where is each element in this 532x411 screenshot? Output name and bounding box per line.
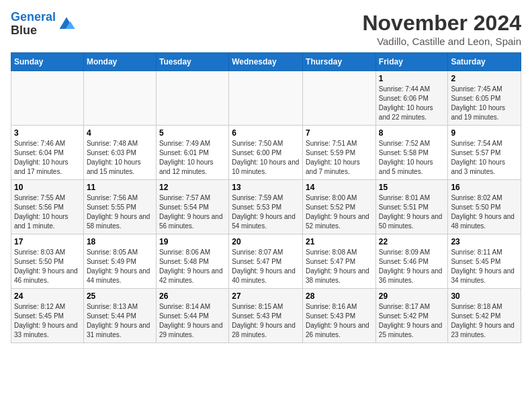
calendar-cell: 20Sunrise: 8:07 AM Sunset: 5:47 PM Dayli… <box>229 234 303 289</box>
calendar-cell: 27Sunrise: 8:15 AM Sunset: 5:43 PM Dayli… <box>229 289 303 343</box>
day-number: 11 <box>87 183 153 192</box>
day-number: 24 <box>14 291 81 301</box>
calendar-cell: 8Sunrise: 7:52 AM Sunset: 5:58 PM Daylig… <box>375 126 448 180</box>
calendar-cell: 19Sunrise: 8:06 AM Sunset: 5:48 PM Dayli… <box>156 234 228 289</box>
logo-icon <box>57 15 76 34</box>
calendar-cell <box>11 71 84 126</box>
day-number: 27 <box>232 291 300 301</box>
calendar-cell: 11Sunrise: 7:56 AM Sunset: 5:55 PM Dayli… <box>83 180 156 234</box>
day-number: 28 <box>306 291 373 301</box>
logo: GeneralBlue <box>11 11 76 38</box>
day-info: Sunrise: 8:00 AM Sunset: 5:52 PM Dayligh… <box>306 193 373 231</box>
calendar-week-row: 24Sunrise: 8:12 AM Sunset: 5:45 PM Dayli… <box>11 289 521 343</box>
day-info: Sunrise: 7:57 AM Sunset: 5:54 PM Dayligh… <box>159 193 226 231</box>
weekday-header-friday: Friday <box>375 53 448 71</box>
calendar-cell: 28Sunrise: 8:16 AM Sunset: 5:43 PM Dayli… <box>303 289 376 343</box>
calendar-cell: 21Sunrise: 8:08 AM Sunset: 5:47 PM Dayli… <box>303 234 376 289</box>
day-number: 16 <box>451 183 518 192</box>
day-number: 20 <box>232 237 300 246</box>
day-info: Sunrise: 8:07 AM Sunset: 5:47 PM Dayligh… <box>232 248 300 285</box>
calendar-cell: 2Sunrise: 7:45 AM Sunset: 6:05 PM Daylig… <box>448 71 521 126</box>
calendar-cell: 12Sunrise: 7:57 AM Sunset: 5:54 PM Dayli… <box>156 180 228 234</box>
day-number: 3 <box>14 128 81 138</box>
calendar-cell: 7Sunrise: 7:51 AM Sunset: 5:59 PM Daylig… <box>303 126 376 180</box>
day-info: Sunrise: 8:16 AM Sunset: 5:43 PM Dayligh… <box>306 302 373 340</box>
day-number: 2 <box>451 74 518 83</box>
day-info: Sunrise: 8:17 AM Sunset: 5:42 PM Dayligh… <box>379 302 445 340</box>
calendar-cell: 14Sunrise: 8:00 AM Sunset: 5:52 PM Dayli… <box>303 180 376 234</box>
day-number: 4 <box>87 128 153 138</box>
day-info: Sunrise: 8:08 AM Sunset: 5:47 PM Dayligh… <box>306 248 373 285</box>
day-info: Sunrise: 7:51 AM Sunset: 5:59 PM Dayligh… <box>306 139 373 177</box>
day-info: Sunrise: 7:52 AM Sunset: 5:58 PM Dayligh… <box>379 139 445 177</box>
day-info: Sunrise: 8:02 AM Sunset: 5:50 PM Dayligh… <box>451 193 518 231</box>
day-info: Sunrise: 7:48 AM Sunset: 6:03 PM Dayligh… <box>87 139 153 177</box>
calendar-cell: 5Sunrise: 7:49 AM Sunset: 6:01 PM Daylig… <box>156 126 228 180</box>
day-number: 25 <box>87 291 153 301</box>
calendar-cell: 25Sunrise: 8:13 AM Sunset: 5:44 PM Dayli… <box>83 289 156 343</box>
day-number: 22 <box>379 237 445 246</box>
day-number: 8 <box>379 128 445 138</box>
calendar-cell: 10Sunrise: 7:55 AM Sunset: 5:56 PM Dayli… <box>11 180 84 234</box>
day-number: 26 <box>159 291 226 301</box>
day-number: 17 <box>14 237 81 246</box>
calendar-cell: 4Sunrise: 7:48 AM Sunset: 6:03 PM Daylig… <box>83 126 156 180</box>
day-number: 1 <box>379 74 445 83</box>
calendar-cell: 16Sunrise: 8:02 AM Sunset: 5:50 PM Dayli… <box>448 180 521 234</box>
weekday-header-row: SundayMondayTuesdayWednesdayThursdayFrid… <box>11 53 521 71</box>
weekday-header-monday: Monday <box>83 53 156 71</box>
calendar-cell: 3Sunrise: 7:46 AM Sunset: 6:04 PM Daylig… <box>11 126 84 180</box>
day-number: 7 <box>306 128 373 138</box>
day-number: 21 <box>306 237 373 246</box>
day-info: Sunrise: 7:54 AM Sunset: 5:57 PM Dayligh… <box>451 139 518 177</box>
month-title: November 2024 <box>362 11 521 36</box>
day-info: Sunrise: 8:05 AM Sunset: 5:49 PM Dayligh… <box>87 248 153 285</box>
calendar-cell: 18Sunrise: 8:05 AM Sunset: 5:49 PM Dayli… <box>83 234 156 289</box>
day-info: Sunrise: 7:45 AM Sunset: 6:05 PM Dayligh… <box>451 85 518 122</box>
day-info: Sunrise: 8:12 AM Sunset: 5:45 PM Dayligh… <box>14 302 81 340</box>
calendar-cell: 15Sunrise: 8:01 AM Sunset: 5:51 PM Dayli… <box>375 180 448 234</box>
day-number: 6 <box>232 128 300 138</box>
day-number: 10 <box>14 183 81 192</box>
calendar-week-row: 3Sunrise: 7:46 AM Sunset: 6:04 PM Daylig… <box>11 126 521 180</box>
day-info: Sunrise: 7:46 AM Sunset: 6:04 PM Dayligh… <box>14 139 81 177</box>
day-info: Sunrise: 7:55 AM Sunset: 5:56 PM Dayligh… <box>14 193 81 231</box>
calendar-cell: 13Sunrise: 7:59 AM Sunset: 5:53 PM Dayli… <box>229 180 303 234</box>
day-info: Sunrise: 8:06 AM Sunset: 5:48 PM Dayligh… <box>159 248 226 285</box>
calendar-cell: 24Sunrise: 8:12 AM Sunset: 5:45 PM Dayli… <box>11 289 84 343</box>
day-info: Sunrise: 8:14 AM Sunset: 5:44 PM Dayligh… <box>159 302 226 340</box>
day-number: 13 <box>232 183 300 192</box>
calendar-cell: 30Sunrise: 8:18 AM Sunset: 5:42 PM Dayli… <box>448 289 521 343</box>
day-number: 29 <box>379 291 445 301</box>
calendar-cell: 22Sunrise: 8:09 AM Sunset: 5:46 PM Dayli… <box>375 234 448 289</box>
day-number: 23 <box>451 237 518 246</box>
day-number: 15 <box>379 183 445 192</box>
calendar-cell: 23Sunrise: 8:11 AM Sunset: 5:45 PM Dayli… <box>448 234 521 289</box>
calendar-week-row: 1Sunrise: 7:44 AM Sunset: 6:06 PM Daylig… <box>11 71 521 126</box>
calendar-week-row: 10Sunrise: 7:55 AM Sunset: 5:56 PM Dayli… <box>11 180 521 234</box>
calendar-cell: 17Sunrise: 8:03 AM Sunset: 5:50 PM Dayli… <box>11 234 84 289</box>
day-info: Sunrise: 7:56 AM Sunset: 5:55 PM Dayligh… <box>87 193 153 231</box>
calendar-cell: 9Sunrise: 7:54 AM Sunset: 5:57 PM Daylig… <box>448 126 521 180</box>
calendar-cell <box>156 71 228 126</box>
calendar-cell <box>303 71 376 126</box>
calendar-cell <box>229 71 303 126</box>
calendar-cell: 6Sunrise: 7:50 AM Sunset: 6:00 PM Daylig… <box>229 126 303 180</box>
day-info: Sunrise: 8:03 AM Sunset: 5:50 PM Dayligh… <box>14 248 81 285</box>
day-info: Sunrise: 8:15 AM Sunset: 5:43 PM Dayligh… <box>232 302 300 340</box>
logo-text: GeneralBlue <box>11 11 56 38</box>
calendar-cell <box>83 71 156 126</box>
weekday-header-saturday: Saturday <box>448 53 521 71</box>
calendar-week-row: 17Sunrise: 8:03 AM Sunset: 5:50 PM Dayli… <box>11 234 521 289</box>
day-info: Sunrise: 7:50 AM Sunset: 6:00 PM Dayligh… <box>232 139 300 177</box>
weekday-header-sunday: Sunday <box>11 53 84 71</box>
calendar-cell: 26Sunrise: 8:14 AM Sunset: 5:44 PM Dayli… <box>156 289 228 343</box>
calendar-table: SundayMondayTuesdayWednesdayThursdayFrid… <box>11 52 521 343</box>
day-info: Sunrise: 7:49 AM Sunset: 6:01 PM Dayligh… <box>159 139 226 177</box>
day-info: Sunrise: 8:09 AM Sunset: 5:46 PM Dayligh… <box>379 248 445 285</box>
calendar-body: 1Sunrise: 7:44 AM Sunset: 6:06 PM Daylig… <box>11 71 521 343</box>
day-number: 14 <box>306 183 373 192</box>
day-number: 19 <box>159 237 226 246</box>
title-area: November 2024 Vadillo, Castille and Leon… <box>362 11 521 47</box>
calendar-cell: 1Sunrise: 7:44 AM Sunset: 6:06 PM Daylig… <box>375 71 448 126</box>
